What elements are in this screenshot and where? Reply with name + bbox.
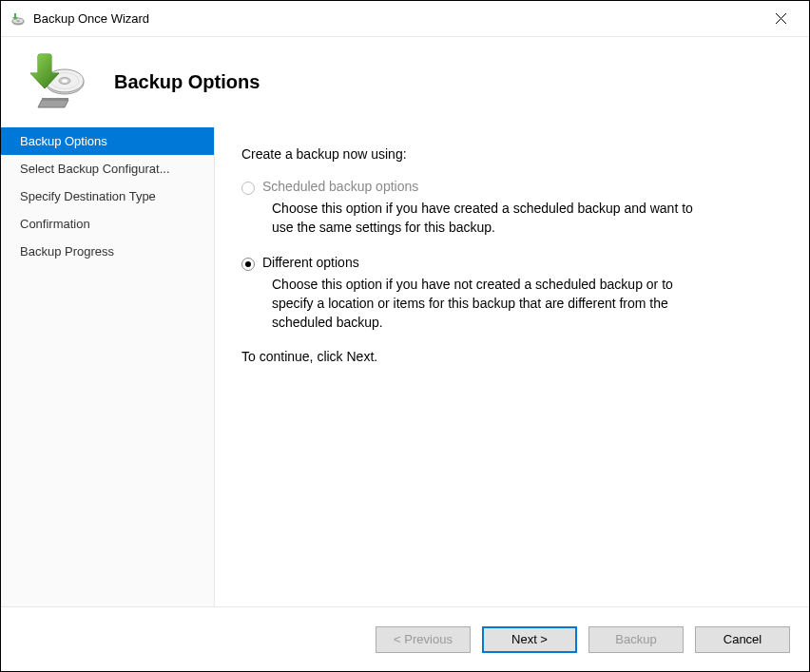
next-button[interactable]: Next >: [482, 626, 577, 653]
radio-label-different: Different options: [262, 255, 359, 270]
wizard-body: Backup Options Select Backup Configurat.…: [1, 127, 809, 606]
previous-button: < Previous: [376, 626, 471, 653]
titlebar: Backup Once Wizard: [1, 1, 809, 37]
svg-point-9: [62, 79, 68, 83]
close-icon: [776, 13, 786, 24]
content-prompt: Create a backup now using:: [241, 146, 781, 162]
radio-icon: [241, 182, 255, 195]
sidebar-item-specify-destination-type[interactable]: Specify Destination Type: [1, 182, 214, 210]
wizard-footer: < Previous Next > Backup Cancel: [1, 606, 809, 671]
wizard-content: Create a backup now using: Scheduled bac…: [215, 127, 809, 606]
radio-desc-different: Choose this option if you have not creat…: [272, 275, 700, 333]
cancel-button[interactable]: Cancel: [695, 626, 790, 653]
sidebar-item-backup-progress[interactable]: Backup Progress: [1, 238, 214, 265]
radio-label-scheduled: Scheduled backup options: [262, 179, 418, 194]
radio-desc-scheduled: Choose this option if you have created a…: [272, 199, 700, 238]
page-title: Backup Options: [114, 71, 260, 93]
sidebar-item-confirmation[interactable]: Confirmation: [1, 210, 214, 238]
wizard-window: Backup Once Wizard: [0, 0, 810, 672]
sidebar-item-select-backup-config[interactable]: Select Backup Configurat...: [1, 155, 214, 182]
wizard-header: Backup Options: [1, 37, 809, 127]
backup-button: Backup: [588, 626, 684, 653]
radio-icon: [241, 258, 255, 271]
continue-text: To continue, click Next.: [241, 349, 781, 364]
radio-scheduled-backup: Scheduled backup options: [241, 179, 781, 195]
radio-different-options[interactable]: Different options: [241, 255, 781, 271]
backup-disc-icon: [25, 52, 86, 113]
svg-point-2: [16, 20, 20, 22]
window-title: Backup Once Wizard: [33, 11, 762, 26]
sidebar-item-backup-options[interactable]: Backup Options: [1, 127, 214, 155]
close-button[interactable]: [762, 5, 800, 33]
app-icon: [10, 11, 26, 27]
wizard-steps-sidebar: Backup Options Select Backup Configurat.…: [1, 127, 215, 606]
